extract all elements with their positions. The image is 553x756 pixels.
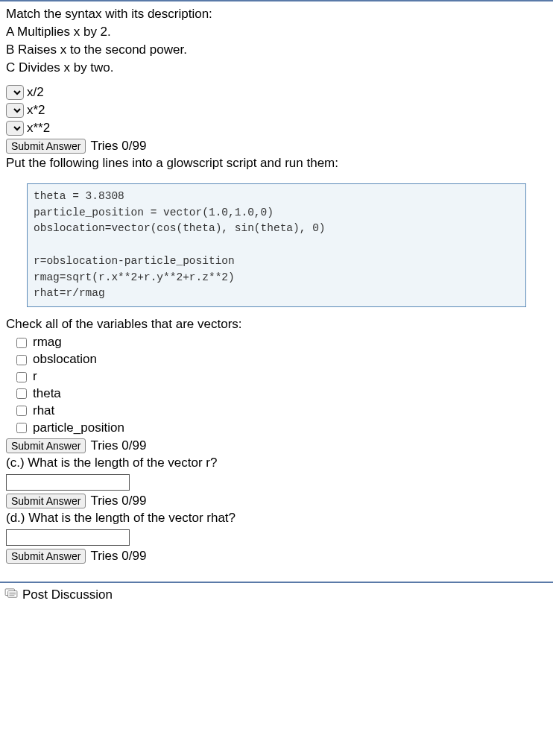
match-select-1[interactable]: [6, 85, 24, 100]
match-desc-b: B Raises x to the second power.: [6, 42, 547, 58]
submit-d-button[interactable]: Submit Answer: [6, 549, 86, 564]
vector-checkbox-obslocation[interactable]: [16, 355, 27, 365]
post-discussion-link[interactable]: Post Discussion: [22, 588, 113, 602]
vector-label-r: r: [33, 368, 37, 385]
q-c-input[interactable]: [6, 474, 130, 491]
vector-label-particle_position: particle_position: [33, 420, 124, 437]
match-item-1: x/2: [27, 84, 44, 101]
match-desc-c: C Divides x by two.: [6, 60, 547, 76]
vector-checkbox-theta[interactable]: [16, 388, 27, 399]
submit-c-button[interactable]: Submit Answer: [6, 494, 86, 508]
discussion-icon: [4, 588, 18, 602]
tries-match: Tries 0/99: [90, 139, 146, 154]
vectors-prompt: Check all of the variables that are vect…: [6, 316, 547, 333]
match-desc-a: A Multiplies x by 2.: [6, 24, 547, 40]
vector-checkbox-particle_position[interactable]: [16, 423, 27, 433]
match-prompt: Match the syntax with its description:: [6, 6, 547, 22]
q-d-input[interactable]: [6, 529, 130, 546]
glow-prompt: Put the following lines into a glowscrip…: [6, 155, 547, 171]
submit-vectors-button[interactable]: Submit Answer: [6, 438, 86, 453]
tries-c: Tries 0/99: [90, 494, 146, 508]
vector-label-rhat: rhat: [33, 403, 54, 420]
q-d-prompt: (d.) What is the length of the vector rh…: [6, 510, 547, 526]
vector-checkbox-rhat[interactable]: [16, 406, 27, 416]
vector-checkbox-rmag[interactable]: [16, 338, 27, 348]
vector-checkbox-r[interactable]: [16, 372, 27, 382]
tries-vectors: Tries 0/99: [90, 438, 146, 453]
vector-label-theta: theta: [33, 385, 61, 403]
vector-label-obslocation: obslocation: [33, 351, 97, 368]
q-c-prompt: (c.) What is the length of the vector r?: [6, 455, 547, 471]
match-select-3[interactable]: [6, 121, 24, 136]
tries-d: Tries 0/99: [90, 549, 146, 564]
vector-label-rmag: rmag: [33, 334, 62, 351]
code-block: theta = 3.8308 particle_position = vecto…: [27, 183, 526, 307]
match-item-3: x**2: [27, 119, 50, 137]
match-item-2: x*2: [27, 101, 45, 119]
match-select-2[interactable]: [6, 103, 24, 118]
submit-match-button[interactable]: Submit Answer: [6, 139, 86, 154]
